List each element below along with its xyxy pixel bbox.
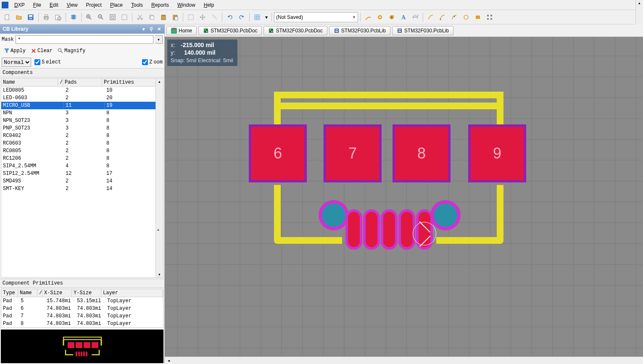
circle-button[interactable]	[461, 12, 472, 23]
component-row[interactable]: PNP_SOT2338	[1, 124, 163, 132]
horizontal-scrollbar[interactable]: ◂	[165, 356, 643, 364]
menu-reports[interactable]: Reports	[147, 1, 173, 9]
component-row[interactable]: RC120628	[1, 155, 163, 162]
copy-button[interactable]	[146, 12, 157, 23]
panel-collapse-icon[interactable]: ▴	[157, 227, 159, 232]
select-checkbox[interactable]: Select	[34, 59, 61, 65]
component-row[interactable]: SMT-KEY214	[1, 185, 163, 193]
pad-6[interactable]: 6	[249, 124, 307, 182]
mask-input[interactable]	[16, 35, 153, 44]
menu-file[interactable]: File	[29, 1, 45, 9]
pad-pill-3[interactable]	[381, 209, 398, 250]
component-row[interactable]: MICRO_USB1119	[1, 102, 163, 109]
print-button[interactable]	[41, 12, 52, 23]
new-button[interactable]	[2, 12, 13, 23]
magnify-button[interactable]: Magnify	[55, 47, 87, 55]
save-button[interactable]	[25, 12, 36, 23]
component-row[interactable]: SIP12_2.54MM1217	[1, 170, 163, 177]
pcol-name[interactable]: Name	[18, 289, 37, 297]
text-button[interactable]: A	[398, 12, 409, 23]
zoom-in-button[interactable]	[84, 12, 95, 23]
col-name[interactable]: Name	[1, 79, 58, 86]
undo-button[interactable]	[224, 12, 235, 23]
zoom-area-button[interactable]	[119, 12, 130, 23]
arc-any-button[interactable]	[449, 12, 460, 23]
pad-pill-1[interactable]	[345, 209, 362, 250]
track-button[interactable]	[363, 12, 374, 23]
components-scrollbar[interactable]: ▴ ▾	[155, 79, 163, 277]
component-row[interactable]: LED0805210	[1, 87, 163, 94]
component-row[interactable]: RC060328	[1, 140, 163, 147]
pcol-xsize[interactable]: X-Size	[42, 289, 72, 297]
pcb-canvas[interactable]: x:-215.000 mil y:140.000 mil Snap: 5mil …	[165, 37, 643, 356]
select-button[interactable]	[185, 12, 196, 23]
doc-tab[interactable]: STM32F030.PcbLib	[392, 26, 453, 35]
pad-7[interactable]: 7	[324, 124, 382, 182]
pad-button[interactable]	[374, 12, 385, 23]
pad-pill-2[interactable]	[363, 209, 380, 250]
panel-close-icon[interactable]: ✕	[156, 26, 162, 32]
doc-tab[interactable]: STM32F030.PcbLib	[329, 26, 390, 35]
grid-dropdown[interactable]: ▾	[264, 12, 269, 23]
save-state-dropdown[interactable]: (Not Saved) ▼	[274, 12, 358, 22]
clear-button[interactable]: Clear	[29, 47, 55, 55]
pad-hole-left[interactable]	[319, 200, 349, 230]
primitive-row[interactable]: Pad674.803mi74.803miTopLayer	[1, 305, 163, 312]
zoom-out-button[interactable]	[95, 12, 106, 23]
panel-dropdown-icon[interactable]: ▾	[141, 26, 147, 32]
component-row[interactable]: NPN_SOT2338	[1, 117, 163, 124]
menu-project[interactable]: Project	[82, 1, 106, 9]
open-button[interactable]	[13, 12, 24, 23]
col-sort[interactable]: /	[58, 79, 63, 86]
component-row[interactable]: SMD49S214	[1, 177, 163, 185]
doc-tab[interactable]: Home	[166, 26, 197, 35]
component-row[interactable]: RC080528	[1, 147, 163, 155]
scroll-up-icon[interactable]: ▴	[158, 79, 161, 84]
component-row[interactable]: LED-0603220	[1, 94, 163, 102]
primitive-row[interactable]: Pad774.803mi74.803miTopLayer	[1, 312, 163, 320]
pad-8[interactable]: 8	[393, 124, 451, 182]
scroll-left-icon[interactable]: ◂	[165, 358, 172, 363]
grid-button[interactable]	[252, 12, 263, 23]
primitive-row[interactable]: Pad515.748mi53.15milTopLayer	[1, 297, 163, 305]
move-button[interactable]	[197, 12, 208, 23]
mask-dropdown[interactable]: ▼	[155, 35, 163, 44]
menu-tools[interactable]: Tools	[127, 1, 147, 9]
menu-dxp[interactable]: DXP	[10, 1, 29, 9]
pcol-ysize[interactable]: Y-Size	[72, 289, 101, 297]
preview-button[interactable]	[53, 12, 63, 23]
mode-select[interactable]: Normal	[2, 58, 31, 67]
menu-window[interactable]: Window	[173, 1, 200, 9]
rect-button[interactable]	[472, 12, 483, 23]
dimension-button[interactable]: 10,10	[410, 12, 421, 23]
doc-tab[interactable]: STM32F030.PcbDoc	[198, 26, 262, 35]
col-pads[interactable]: Pads	[63, 79, 102, 86]
panel-pin-icon[interactable]: ⚲	[148, 26, 154, 32]
menu-place[interactable]: Place	[106, 1, 127, 9]
pad-pill-5[interactable]	[416, 209, 433, 250]
array-button[interactable]	[484, 12, 495, 23]
paste-special-button[interactable]	[170, 12, 181, 23]
col-primitives[interactable]: Primitives	[102, 79, 163, 86]
pcol-layer[interactable]: Layer	[101, 289, 163, 297]
menu-help[interactable]: Help	[200, 1, 219, 9]
component-row[interactable]: NPN38	[1, 109, 163, 117]
pad-pill-4[interactable]	[398, 209, 415, 250]
pad-hole-right[interactable]	[430, 200, 461, 230]
arc-edge-button[interactable]	[437, 12, 448, 23]
scroll-down-icon[interactable]: ▾	[158, 272, 161, 277]
zoom-checkbox[interactable]: Zoom	[142, 59, 163, 65]
zoom-fit-button[interactable]	[107, 12, 118, 23]
menu-edit[interactable]: Edit	[45, 1, 63, 9]
arc-center-button[interactable]	[425, 12, 436, 23]
cut-button[interactable]	[134, 12, 145, 23]
redo-button[interactable]	[236, 12, 247, 23]
pcol-type[interactable]: Type	[1, 289, 18, 297]
component-row[interactable]: RC040228	[1, 132, 163, 140]
pcol-sort[interactable]: /	[37, 289, 42, 297]
paste-button[interactable]	[158, 12, 169, 23]
layers-button[interactable]	[68, 12, 79, 23]
doc-tab[interactable]: STM32F030.PcbDoc	[264, 26, 327, 35]
pad-9[interactable]: 9	[468, 124, 526, 182]
apply-button[interactable]: Apply	[2, 47, 28, 55]
